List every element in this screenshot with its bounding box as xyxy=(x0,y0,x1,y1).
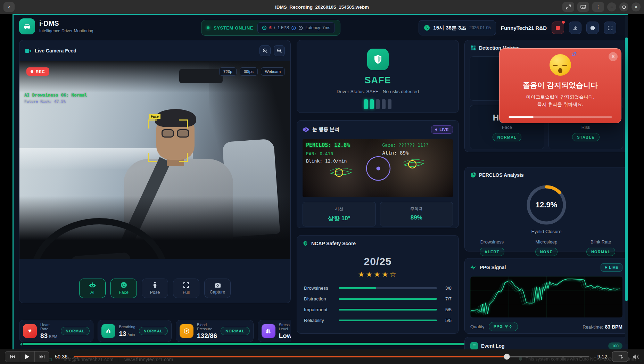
perclos-analysis-panel: PERCLOS Analysis 12.9% Eyelid Closure Dr… xyxy=(464,167,628,251)
current-date: 2026-01-05 xyxy=(469,25,490,30)
app-header: i-DMS Intelligence Driver Monitoring SYS… xyxy=(14,17,628,39)
ai-status-overlay: AI Drowsiness OK: Normal xyxy=(24,92,87,98)
next-button[interactable] xyxy=(34,351,49,362)
vertical-scrollbar[interactable] xyxy=(625,16,628,344)
breathing-card: Breathing 13/min NORMAL xyxy=(98,320,172,342)
progress-track xyxy=(339,320,437,321)
alert-title: 졸음이 감지되었습니다 xyxy=(499,80,621,90)
repeat-icon xyxy=(618,354,623,359)
minimize-icon: – xyxy=(611,5,613,9)
rearview-mirror xyxy=(179,69,223,83)
rec-dot xyxy=(31,70,33,73)
info-icon xyxy=(291,26,296,30)
repeat-button[interactable] xyxy=(612,351,628,362)
eye-analysis-image: PERCLOS: 12.8% EAR: 0.410 Blink: 12.0/mi… xyxy=(303,139,453,197)
face-toggle-button[interactable]: Face xyxy=(110,279,137,298)
heart-rate-card: ♥ Heart Rate 83BPM NORMAL xyxy=(19,320,93,342)
ncap-shield-icon xyxy=(303,240,308,247)
mute-button[interactable] xyxy=(633,354,639,359)
seek-bar[interactable] xyxy=(74,356,589,357)
ncap-row-reliability: Reliability 5/5 xyxy=(304,318,452,323)
progress-fill xyxy=(339,309,437,311)
live-dot xyxy=(605,266,607,268)
expand-icon xyxy=(608,25,613,31)
alert-progress-track xyxy=(509,116,612,118)
pie-chart-icon xyxy=(470,172,476,178)
drop-separator: / xyxy=(274,25,275,30)
seek-handle[interactable] xyxy=(504,354,510,360)
quality-label: Quality: xyxy=(470,324,486,329)
ai-toggle-button[interactable]: AI xyxy=(79,279,106,298)
app-fullscreen-button[interactable] xyxy=(604,22,616,34)
subtitles-button[interactable] xyxy=(577,2,589,12)
full-toggle-button[interactable]: Full xyxy=(173,279,199,298)
latency-value: Latency: 7ms xyxy=(305,25,330,30)
vitals-row: ♥ Heart Rate 83BPM NORMAL Breathing 13/m… xyxy=(19,320,291,343)
restore-icon xyxy=(622,6,626,9)
zoom-out-button[interactable] xyxy=(274,45,285,56)
ncap-row-drowsiness: Drowsiness 3/8 xyxy=(304,286,452,291)
play-button[interactable] xyxy=(20,351,34,362)
menu-button[interactable]: ⋮ xyxy=(592,2,604,12)
capture-button-label: Capture xyxy=(210,290,225,295)
skip-back-icon xyxy=(10,355,15,359)
alert-close-button[interactable]: ✕ xyxy=(609,52,618,61)
muted-speaker-icon xyxy=(633,354,639,359)
zoom-out-icon xyxy=(277,48,282,53)
vertical-scroll-thumb[interactable] xyxy=(625,38,628,301)
zoom-in-button[interactable] xyxy=(259,45,271,56)
face-bounding-box: Face xyxy=(148,119,188,162)
minimize-button[interactable]: – xyxy=(607,2,616,11)
idms-app-frame: i-DMS Intelligence Driver Monitoring SYS… xyxy=(13,14,628,351)
full-frame-icon xyxy=(183,282,189,288)
back-button[interactable]: ‹ xyxy=(3,2,15,12)
driver-status-panel: SAFE Driver Status: SAFE - No risks dete… xyxy=(297,40,459,113)
heart-rate-status: NORMAL xyxy=(61,327,90,335)
pose-toggle-button[interactable]: Pose xyxy=(142,279,168,298)
alert-progress-fill xyxy=(509,116,534,118)
stop-recording-button[interactable] xyxy=(552,22,564,34)
close-icon: ✕ xyxy=(611,54,615,59)
driver-status-level: SAFE xyxy=(297,75,459,86)
online-dot xyxy=(207,26,209,29)
fullscreen-icon xyxy=(566,5,571,9)
heart-icon: ♥ xyxy=(23,324,37,338)
perclos-title: PERCLOS Analysis xyxy=(479,172,524,178)
settings-button[interactable] xyxy=(586,22,599,34)
close-button[interactable]: ✕ xyxy=(631,2,641,11)
alert-message: 마이크로슬립이 감지되었습니다. 즉시 휴식을 취하세요. xyxy=(499,94,621,108)
fullscreen-button[interactable] xyxy=(562,2,574,12)
event-log-panel: Event Log 100 xyxy=(464,337,628,351)
recording-notification-dot xyxy=(562,21,565,24)
breathing-status: NORMAL xyxy=(139,327,168,335)
perclos-gauge: 12.9% xyxy=(524,183,569,227)
brain-icon xyxy=(262,324,275,338)
drowsiness-status: ALERT xyxy=(480,248,504,256)
previous-button[interactable] xyxy=(5,351,20,362)
attention-stat-box: 주의력 89% xyxy=(380,202,453,226)
camera-video-frame: AI Drowsiness OK: Normal Future Risk: 47… xyxy=(19,61,290,259)
ppg-title: PPG Signal xyxy=(480,265,506,270)
skip-forward-icon xyxy=(39,355,44,359)
attention-overlay: Attn: 89% xyxy=(382,150,408,156)
eye-panel-title: 눈 행동 분석 xyxy=(312,126,339,133)
window-titlebar: ‹ iDMS_Recording_20260105_154505.webm ⋮ … xyxy=(0,0,644,14)
capture-button[interactable]: Capture xyxy=(204,279,231,298)
pose-button-label: Pose xyxy=(150,290,160,295)
ncap-score: 20/25 xyxy=(297,256,459,267)
progress-fill xyxy=(339,320,437,321)
ppg-live-badge: LIVE xyxy=(601,263,622,272)
menu-kebab-icon: ⋮ xyxy=(596,4,601,10)
lungs-icon xyxy=(101,324,115,338)
capture-camera-icon xyxy=(214,282,221,288)
play-icon xyxy=(25,354,30,359)
download-button[interactable] xyxy=(569,22,581,34)
microsleep-stat: Microsleep NONE xyxy=(519,239,574,256)
hscroll-left-arrow[interactable] xyxy=(20,343,22,346)
footer-email: info@funnytech21.com xyxy=(64,357,113,362)
metrics-grid-icon xyxy=(470,45,476,51)
restore-button[interactable] xyxy=(619,2,628,11)
ai-button-label: AI xyxy=(90,290,94,295)
ncap-panel: NCAP Safety Score 20/25 ★★★★☆ Drowsiness… xyxy=(297,235,459,334)
window-title: iDMS_Recording_20260105_154505.webm xyxy=(275,5,369,10)
